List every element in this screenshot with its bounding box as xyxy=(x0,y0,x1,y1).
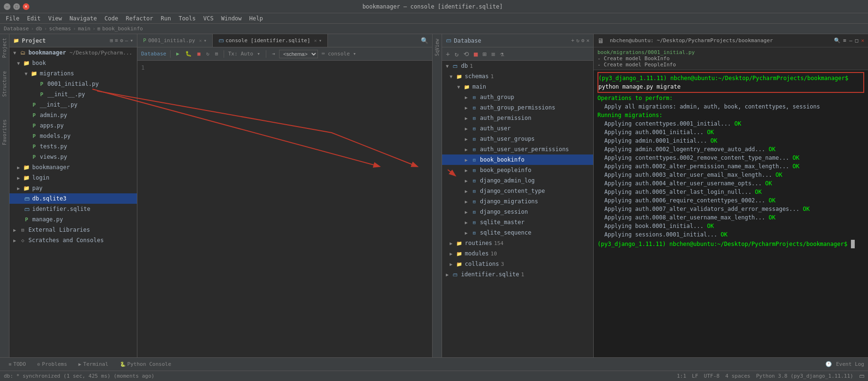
refresh-btn[interactable]: ↻ xyxy=(204,50,211,58)
db-node-identifier-sqlite[interactable]: ▶ 🗃 identifier.sqlite 1 xyxy=(442,269,593,280)
favorites-strip-label[interactable]: Favorites xyxy=(1,118,8,147)
db-node-sqlite-sequence[interactable]: ▶ ⊞ sqlite_sequence xyxy=(442,227,593,238)
db-node-collations[interactable]: ▶ 📁 collations 3 xyxy=(442,259,593,269)
tree-item-pay[interactable]: ▶ 📁 pay xyxy=(9,183,137,193)
maximize-button[interactable]: □ xyxy=(13,3,20,10)
db-node-auth-group-perms[interactable]: ▶ ⊞ auth_group_permissions xyxy=(442,102,593,113)
tree-item-models[interactable]: P models.py xyxy=(9,131,137,141)
db-node-django-content-type[interactable]: ▶ ⊞ django_content_type xyxy=(442,186,593,196)
menu-tools[interactable]: Tools xyxy=(175,13,199,24)
menu-refactor[interactable]: Refactor xyxy=(122,13,157,24)
close-term-icon[interactable]: ✕ xyxy=(861,37,864,44)
menu-file[interactable]: File xyxy=(2,13,23,24)
db-close-icon[interactable]: ✕ xyxy=(586,37,589,44)
db-node-auth-permission[interactable]: ▶ ⊞ auth_permission xyxy=(442,113,593,123)
tree-item-login[interactable]: ▶ 📁 login xyxy=(9,172,137,183)
tree-item-views[interactable]: P views.py xyxy=(9,152,137,162)
menu-navigate[interactable]: Navigate xyxy=(66,13,101,24)
db-new-icon[interactable]: + xyxy=(444,49,452,59)
tx-dropdown[interactable]: ▾ xyxy=(255,50,262,58)
tab-close-console[interactable]: ✕ xyxy=(314,38,317,43)
db-node-modules[interactable]: ▶ 📁 modules 10 xyxy=(442,248,593,259)
tree-item-admin[interactable]: P admin.py xyxy=(9,110,137,120)
breadcrumb-main[interactable]: main xyxy=(78,26,90,32)
db-node-book-peopleinfo[interactable]: ▶ ⊞ book_peopleinfo xyxy=(442,165,593,175)
db-node-django-migrations[interactable]: ▶ ⊞ django_migrations xyxy=(442,196,593,207)
tree-item-tests[interactable]: P tests.py xyxy=(9,141,137,152)
db-node-django-session[interactable]: ▶ ⊞ django_session xyxy=(442,207,593,217)
db-sync-icon[interactable]: ⟲ xyxy=(461,49,471,59)
db-node-book-bookinfo[interactable]: ▶ ⊞ book_bookinfo xyxy=(442,154,593,165)
structure-strip-label[interactable]: Structure xyxy=(1,69,8,99)
tree-item-init-book[interactable]: P __init__.py xyxy=(9,100,137,110)
tab-close-0001[interactable]: ✕ xyxy=(199,38,202,43)
tree-item-apps[interactable]: P apps.py xyxy=(9,120,137,131)
db-toolbar-search[interactable]: 🔍 xyxy=(421,37,428,44)
breadcrumb-database[interactable]: Database xyxy=(4,26,29,32)
tree-item-db-sqlite3[interactable]: 🗃 db.sqlite3 xyxy=(9,193,137,204)
menu-edit[interactable]: Edit xyxy=(23,13,45,24)
menu-help[interactable]: Help xyxy=(245,13,267,24)
sqview-label[interactable]: SqView xyxy=(434,39,440,56)
tab-python-console[interactable]: 🐍 Python Console xyxy=(115,358,176,371)
tab-console[interactable]: 🗃 console [identifier.sqlite] ✕ ▾ xyxy=(213,34,328,47)
settings-icon[interactable]: ⚙ xyxy=(120,37,123,44)
terminal-body[interactable]: (py3_django_1.11.11) nbchen@ubuntu:~/Des… xyxy=(594,70,868,357)
sort-icon[interactable]: ≡ xyxy=(115,37,118,44)
db-node-main[interactable]: ▼ 📁 main xyxy=(442,82,593,92)
db-node-auth-group[interactable]: ▶ ⊞ auth_group xyxy=(442,92,593,102)
breadcrumb-schemas[interactable]: schemas xyxy=(49,26,71,32)
menu-icon[interactable]: ≡ xyxy=(843,37,847,44)
db-node-schemas[interactable]: ▼ 📁 schemas 1 xyxy=(442,71,593,82)
db-node-django-admin-log[interactable]: ▶ ⊞ django_admin_log xyxy=(442,175,593,186)
db-node-auth-user-groups[interactable]: ▶ ⊞ auth_user_groups xyxy=(442,134,593,144)
search-icon[interactable]: 🔍 xyxy=(834,37,841,44)
history-btn[interactable]: ⊞ xyxy=(213,50,220,58)
run-btn[interactable]: ▶ xyxy=(174,50,181,58)
hide-panel-icon[interactable]: ▾ xyxy=(130,37,133,44)
db-node-db[interactable]: ▼ 🗃 db 1 xyxy=(442,61,593,71)
stop-btn[interactable]: ■ xyxy=(196,50,203,58)
project-strip-label[interactable]: Project xyxy=(1,36,8,60)
maximize-term-icon[interactable]: □ xyxy=(855,37,859,44)
db-table-icon[interactable]: ⊞ xyxy=(480,49,488,59)
tree-item-bookmanager-pkg[interactable]: ▶ 📁 bookmanager xyxy=(9,162,137,172)
menu-run[interactable]: Run xyxy=(157,13,175,24)
editor-content[interactable]: 1 xyxy=(137,61,432,357)
debug-btn[interactable]: 🐛 xyxy=(183,50,194,58)
db-node-sqlite-master[interactable]: ▶ ⊞ sqlite_master xyxy=(442,217,593,227)
tree-item-external-libs[interactable]: ▶ ⊞ External Libraries xyxy=(9,225,137,235)
tab-terminal[interactable]: ▶ Terminal xyxy=(74,358,113,371)
jump-btn[interactable]: ⇥ xyxy=(270,50,277,58)
db-filter-icon[interactable]: ⚗ xyxy=(498,49,506,59)
event-log-label[interactable]: Event Log xyxy=(836,361,864,367)
tab-problems[interactable]: ⊙ Problems xyxy=(33,358,72,371)
breadcrumb-db[interactable]: db xyxy=(36,26,42,32)
db-settings-icon[interactable]: ⚙ xyxy=(581,37,585,44)
breadcrumb-table[interactable]: book_bookinfo xyxy=(102,26,143,32)
menu-vcs[interactable]: VCS xyxy=(199,13,217,24)
tree-item-book[interactable]: ▼ 📁 book xyxy=(9,58,137,68)
tree-item-manage[interactable]: P manage.py xyxy=(9,214,137,225)
close-panel-icon[interactable]: – xyxy=(125,37,128,44)
tree-item-init-migrations[interactable]: P __init__.py xyxy=(9,89,137,100)
menu-window[interactable]: Window xyxy=(217,13,245,24)
db-node-auth-user[interactable]: ▶ ⊞ auth_user xyxy=(442,123,593,134)
tab-0001-initial[interactable]: P 0001_initial.py ✕ ▾ xyxy=(137,34,213,47)
tree-item-identifier-sqlite[interactable]: 🗃 identifier.sqlite xyxy=(9,204,137,214)
console-dropdown[interactable]: ⌨ console ▾ xyxy=(320,50,358,58)
schema-select[interactable]: <schema> xyxy=(279,50,318,58)
tree-item-bookmanager-root[interactable]: ▼ 🗂 bookmanager ~/Desktop/Pycharm... xyxy=(9,47,137,58)
tab-todo[interactable]: ≡ TODO xyxy=(4,358,31,371)
db-node-routines[interactable]: ▶ 📁 routines 154 xyxy=(442,238,593,248)
db-refresh-icon[interactable]: ↻ xyxy=(576,37,579,44)
db-stop-icon[interactable]: ■ xyxy=(472,49,479,59)
db-refresh2-icon[interactable]: ↻ xyxy=(452,49,460,59)
tree-item-0001-initial[interactable]: P 0001_initial.py xyxy=(9,79,137,89)
db-node-auth-user-perms[interactable]: ▶ ⊞ auth_user_user_permissions xyxy=(442,144,593,154)
db-add-icon[interactable]: + xyxy=(571,37,575,44)
collapse-all-icon[interactable]: ⊞ xyxy=(110,37,113,44)
db-col-icon[interactable]: ≡ xyxy=(489,49,497,59)
menu-code[interactable]: Code xyxy=(101,13,122,24)
minimize-button[interactable]: – xyxy=(4,3,10,10)
